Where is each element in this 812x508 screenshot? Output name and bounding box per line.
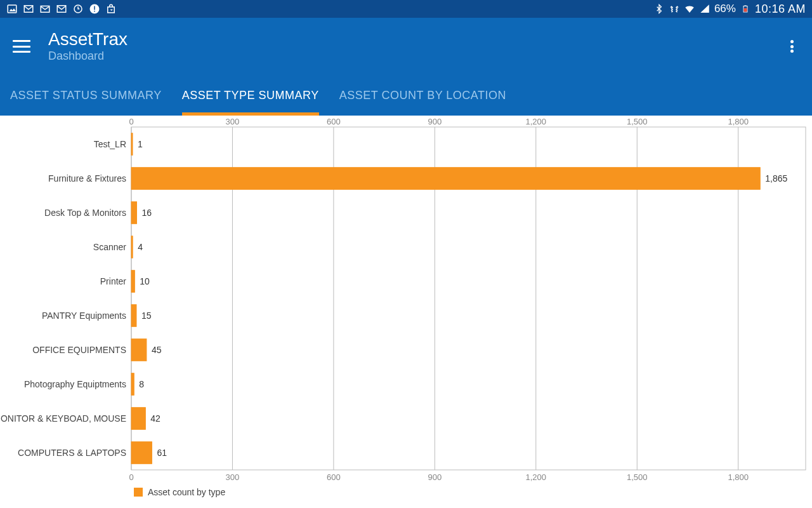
value-label: 45 [152, 345, 162, 355]
value-label: 4 [138, 242, 143, 252]
alert-icon [89, 3, 100, 15]
category-label: Desk Top & Monitors [44, 208, 126, 218]
svg-rect-13 [743, 8, 747, 12]
bar [131, 442, 152, 464]
tab-asset-count-by-location[interactable]: ASSET COUNT BY LOCATION [339, 75, 506, 116]
tabs: ASSET STATUS SUMMARY ASSET TYPE SUMMARY … [0, 75, 812, 116]
bar [131, 305, 136, 327]
svg-rect-12 [744, 6, 746, 7]
category-label: Printer [100, 276, 127, 286]
svg-text:300: 300 [226, 472, 240, 482]
svg-marker-9 [110, 10, 114, 11]
category-label: OFFICE EQUIPMENTS [32, 345, 126, 355]
svg-text:0: 0 [129, 472, 133, 482]
bar [131, 202, 137, 224]
bar [131, 339, 147, 361]
legend-label: Asset count by type [148, 487, 225, 497]
battery-percent: 66% [714, 3, 736, 15]
status-right-icons: 66% 10:16 AM [653, 3, 806, 16]
hamburger-menu-button[interactable] [13, 40, 30, 53]
svg-text:0: 0 [129, 117, 133, 126]
svg-text:900: 900 [428, 117, 442, 126]
gmail-icon [23, 3, 34, 15]
app-subtitle: Dashboard [48, 50, 784, 63]
svg-text:300: 300 [226, 117, 240, 126]
value-label: 16 [142, 208, 152, 218]
bar [131, 236, 133, 258]
bar [131, 408, 145, 430]
category-label: COMPUTERS & LAPTOPS [18, 448, 126, 458]
battery-icon [740, 3, 751, 15]
bar [131, 373, 134, 396]
overflow-menu-button[interactable] [784, 39, 799, 54]
category-label: Photography Equiptments [24, 379, 126, 389]
svg-text:1,800: 1,800 [728, 472, 749, 482]
svg-text:1,200: 1,200 [526, 472, 547, 482]
wifi-icon [684, 3, 695, 15]
category-label: PANTRY Equipments [42, 311, 126, 321]
svg-rect-0 [8, 5, 16, 13]
value-label: 1,865 [765, 173, 787, 184]
value-label: 61 [157, 448, 167, 458]
svg-rect-7 [94, 6, 95, 10]
gmail-icon-2 [56, 3, 67, 15]
svg-text:1,500: 1,500 [627, 472, 648, 482]
mail-send-icon [39, 3, 51, 15]
tab-asset-status-summary[interactable]: ASSET STATUS SUMMARY [10, 75, 162, 116]
bar [131, 168, 760, 190]
value-label: 15 [141, 311, 152, 321]
chart-area: 003003006006009009001,2001,2001,5001,500… [0, 116, 812, 508]
value-label: 10 [140, 276, 150, 286]
svg-text:900: 900 [428, 472, 442, 482]
app-bar: AssetTrax Dashboard [0, 18, 812, 75]
tab-asset-type-summary[interactable]: ASSET TYPE SUMMARY [182, 75, 319, 116]
store-icon [105, 3, 117, 15]
svg-text:1,200: 1,200 [526, 117, 547, 126]
vibrate-icon [669, 3, 680, 15]
asset-type-bar-chart: 003003006006009009001,2001,2001,5001,500… [0, 116, 812, 508]
value-label: 42 [150, 413, 160, 424]
svg-marker-10 [700, 4, 709, 13]
svg-text:600: 600 [327, 472, 341, 482]
tab-label: ASSET COUNT BY LOCATION [339, 89, 506, 102]
svg-text:1,500: 1,500 [627, 117, 648, 126]
bar [131, 271, 134, 293]
bluetooth-icon [653, 3, 665, 15]
app-title: AssetTrax [48, 30, 784, 50]
value-label: 1 [138, 139, 143, 149]
android-status-bar: 66% 10:16 AM [0, 0, 812, 18]
svg-text:600: 600 [327, 117, 341, 126]
tab-label: ASSET TYPE SUMMARY [182, 89, 319, 102]
category-label: Scanner [93, 242, 126, 252]
svg-marker-1 [10, 8, 16, 11]
status-left-icons [6, 3, 117, 15]
svg-rect-8 [94, 11, 95, 12]
category-label: Test_LR [94, 139, 126, 149]
category-label: MONITOR & KEYBOAD, MOUSE [0, 413, 126, 424]
category-label: Furniture & Fixtures [48, 173, 126, 184]
bar [131, 133, 133, 156]
legend-swatch [134, 488, 143, 497]
status-time: 10:16 AM [755, 3, 806, 16]
signal-icon [699, 3, 710, 15]
image-icon [6, 3, 18, 15]
tab-label: ASSET STATUS SUMMARY [10, 89, 162, 102]
svg-text:1,800: 1,800 [728, 117, 749, 126]
value-label: 8 [139, 379, 144, 389]
sync-icon [72, 3, 84, 15]
